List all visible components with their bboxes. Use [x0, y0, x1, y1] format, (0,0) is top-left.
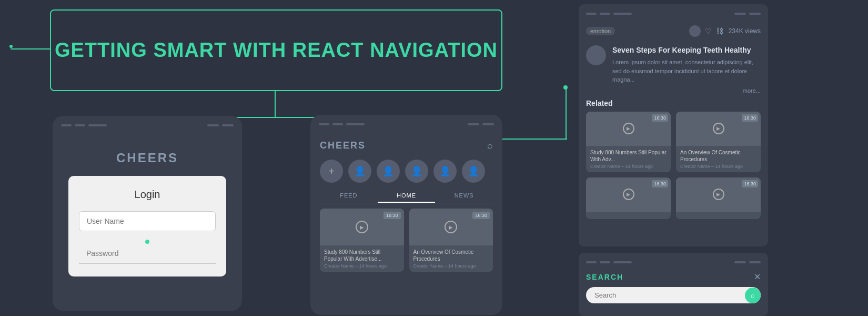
card1-duration: 16:30 — [383, 212, 401, 219]
related4-thumb: 16:30 ▶ — [676, 177, 761, 212]
related1-meta: Creator Name – 14 hours ago — [590, 164, 667, 169]
phone-left-topbar — [53, 116, 242, 135]
phone-center-icons — [468, 123, 494, 125]
card2-duration: 16:30 — [472, 212, 490, 219]
sp-topbar — [579, 253, 768, 272]
card1-info: Study 800 Numbers Still Popular With Adv… — [320, 245, 404, 272]
connector-line-left — [11, 48, 50, 50]
story-avatar-4: 👤 — [433, 160, 457, 183]
related2-title: An Overview Of Cosmetic Procedures — [680, 149, 756, 163]
card1-meta: Creator Name – 14 hours ago — [324, 263, 400, 269]
center-search-icon[interactable]: ⌕ — [487, 140, 493, 151]
related1-duration: 16:30 — [652, 114, 668, 122]
related3-duration: 16:30 — [652, 180, 668, 187]
connector-dot — [9, 45, 13, 48]
right-panel-detail: emotion ♡ ⛓ 234K views Seven Steps For K… — [579, 4, 768, 246]
phone-left-header: CHEERS — [53, 135, 242, 176]
related-item-1: 16:30 ▶ Study 800 Numbers Still Popular … — [586, 112, 671, 172]
related2-thumb: 16:30 ▶ — [676, 112, 761, 146]
related1-play[interactable]: ▶ — [623, 123, 634, 134]
phone-tabs: FEED HOME NEWS — [320, 189, 493, 203]
page-title: GETTING SMART WITH REACT NAVIGATION — [55, 39, 498, 62]
related1-info: Study 800 Numbers Still Popular With Adv… — [586, 146, 671, 172]
icon-bar2 — [222, 124, 234, 126]
left-app-name: CHEERS — [53, 151, 242, 165]
card2-info: An Overview Of Cosmetic Procedures Creat… — [409, 245, 493, 272]
cicon1 — [468, 123, 479, 125]
search-panel: SEARCH ✕ ⌕ — [579, 253, 768, 316]
card2-play-button[interactable]: ▶ — [445, 221, 457, 233]
tab-news[interactable]: NEWS — [435, 189, 493, 203]
connector-v1 — [275, 91, 276, 117]
cdot3 — [346, 123, 365, 125]
sp-icons — [734, 261, 761, 263]
dot3 — [88, 124, 107, 126]
link-icon[interactable]: ⛓ — [716, 27, 723, 35]
rpdot1 — [586, 13, 597, 15]
title-box: GETTING SMART WITH REACT NAVIGATION — [50, 9, 502, 91]
related-label: Related — [579, 94, 768, 112]
avatar-icon-4: 👤 — [439, 165, 451, 177]
rpdot2 — [600, 13, 610, 15]
related2-info: An Overview Of Cosmetic Procedures Creat… — [676, 146, 761, 172]
stories-row: + 👤 👤 👤 👤 👤 — [310, 155, 502, 189]
connector-v-right2 — [566, 87, 567, 140]
more-link[interactable]: more... — [579, 87, 768, 94]
login-title: Login — [79, 189, 216, 201]
story-add-button[interactable]: + — [320, 160, 343, 183]
spdot2 — [600, 261, 610, 263]
tab-feed[interactable]: FEED — [320, 189, 378, 203]
active-dot — [145, 240, 149, 244]
connector-dot-right2 — [563, 85, 568, 90]
search-input[interactable] — [586, 287, 761, 303]
phone-left: CHEERS Login — [53, 116, 242, 311]
icon-bar1 — [207, 124, 219, 126]
rpicon1 — [734, 13, 746, 15]
center-app-name: CHEERS — [320, 140, 366, 151]
related2-meta: Creator Name – 14 hours ago — [680, 164, 756, 169]
spicon1 — [734, 261, 746, 263]
rp-dots — [586, 13, 632, 15]
related4-play[interactable]: ▶ — [713, 189, 724, 200]
rp-action-icons: ♡ ⛓ — [689, 25, 723, 37]
related4-duration: 16:30 — [742, 180, 758, 187]
rp-topbar — [579, 4, 768, 23]
rp-icons — [734, 13, 761, 15]
spdot1 — [586, 261, 597, 263]
search-input-row: ⌕ — [579, 287, 768, 303]
card2-title: An Overview Of Cosmetic Procedures — [413, 249, 489, 262]
views-count: 234K views — [729, 27, 761, 35]
phone-center-dots — [319, 123, 365, 125]
rpicon2 — [749, 13, 761, 15]
login-box: Login — [68, 176, 226, 276]
related3-play[interactable]: ▶ — [623, 189, 634, 200]
emotion-tag[interactable]: emotion — [586, 27, 615, 35]
related4-info — [676, 212, 761, 219]
avatar-icon-2: 👤 — [382, 165, 394, 177]
card1-title: Study 800 Numbers Still Popular With Adv… — [324, 249, 400, 262]
related2-play[interactable]: ▶ — [713, 123, 724, 134]
related-item-4: 16:30 ▶ — [676, 177, 761, 219]
heart-icon[interactable]: ♡ — [705, 27, 712, 35]
username-input[interactable] — [79, 211, 216, 231]
avatar-icon-5: 👤 — [468, 165, 479, 177]
cdot1 — [319, 123, 329, 125]
tab-home[interactable]: HOME — [378, 189, 436, 203]
avatar-icon-1: 👤 — [354, 165, 366, 177]
related3-thumb: 16:30 ▶ — [586, 177, 671, 212]
avatar-small — [689, 25, 701, 37]
story-avatar-5: 👤 — [462, 160, 485, 183]
article-title: Seven Steps For Keeping Teeth Healthy — [612, 45, 761, 55]
card1-play-button[interactable]: ▶ — [356, 221, 368, 233]
story-avatar-2: 👤 — [377, 160, 400, 183]
phone-card-1: 16:30 ▶ Study 800 Numbers Still Popular … — [320, 209, 404, 272]
related2-duration: 16:30 — [742, 114, 758, 122]
phone-center: CHEERS ⌕ + 👤 👤 👤 👤 👤 FEED HOME NEWS 16:3… — [310, 115, 502, 315]
spdot3 — [613, 261, 632, 263]
search-submit-button[interactable]: ⌕ — [745, 288, 761, 303]
password-input[interactable] — [79, 244, 216, 264]
search-close-button[interactable]: ✕ — [754, 272, 761, 282]
related3-info — [586, 212, 671, 219]
search-label: SEARCH — [586, 273, 623, 281]
connector-h-right2 — [501, 139, 567, 140]
